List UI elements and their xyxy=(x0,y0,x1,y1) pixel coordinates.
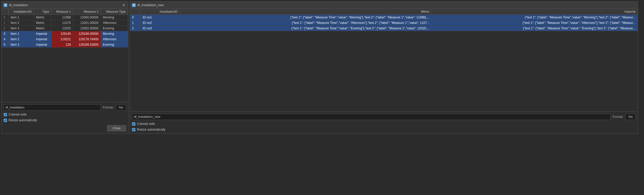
right-window-title: df_installation_new xyxy=(137,3,636,7)
right-format-row: Format: xyxy=(132,114,636,120)
left-resize-auto-row: Resize automatically xyxy=(4,118,126,122)
left-table: InstallationID Type Measure 1 Measure 2 … xyxy=(2,9,128,48)
right-window-icon: df xyxy=(132,3,136,7)
left-close-x-button[interactable]: ✕ xyxy=(121,3,126,8)
right-format-input[interactable] xyxy=(625,114,636,120)
col-measure-type: Measure Type xyxy=(101,9,128,15)
right-bottom-section: Format: Colored cells Resize automatical… xyxy=(130,111,638,133)
left-table-cell: Metric xyxy=(34,15,51,20)
left-table-cell: Metric xyxy=(34,20,51,26)
right-table-cell: 0 xyxy=(130,15,141,20)
right-table-row: 2ID no3{"text 1": {"label": "Measure Tim… xyxy=(130,26,638,31)
left-table-cell: Metric xyxy=(34,26,51,31)
left-table-cell: Item 2 xyxy=(8,20,34,26)
left-table-cell: Item 1 xyxy=(8,31,34,37)
right-table-cell: {"text 1": {"label": "Measure Time","val… xyxy=(432,15,638,20)
right-colored-cells-row: Colored cells xyxy=(132,122,636,126)
left-title-bar: df df_installation ✕ xyxy=(2,2,128,9)
right-table-cell: {"text 1": {"label": "Measure Time","val… xyxy=(180,26,432,31)
right-table-cell: {"text 1": {"label": "Measure Time","val… xyxy=(180,20,432,26)
left-table-cell: 5 xyxy=(2,42,8,48)
col-type: Type xyxy=(34,9,51,15)
left-table-cell: Imperial xyxy=(34,42,51,48)
right-resize-auto-checkbox[interactable] xyxy=(132,128,135,131)
left-table-row: 5Item 3Imperial129129189.52800Evening xyxy=(2,42,128,48)
left-table-header-row: InstallationID Type Measure 1 Measure 2 … xyxy=(2,9,128,15)
left-format-label: Format: xyxy=(103,106,114,109)
left-colored-cells-checkbox[interactable] xyxy=(4,113,7,116)
col-measure2: Measure 2 xyxy=(73,9,101,15)
left-dataframe-input[interactable] xyxy=(4,104,101,111)
right-col-installation-id: InstallationID xyxy=(141,9,180,15)
right-colored-cells-label: Colored cells xyxy=(137,122,155,126)
left-table-cell: Morning xyxy=(101,15,128,20)
left-format-input[interactable] xyxy=(116,104,126,111)
left-close-button[interactable]: Close xyxy=(107,125,126,131)
right-resize-auto-label: Resize automatically xyxy=(137,128,165,131)
right-table-cell: 1 xyxy=(130,20,141,26)
left-window-icon: df xyxy=(4,3,7,7)
left-table-row: 4Item 2Imperial119221129178.76400Afterno… xyxy=(2,37,128,42)
left-window: df df_installation ✕ InstallationID Type… xyxy=(1,1,128,134)
left-colored-cells-label: Colored cells xyxy=(9,113,26,116)
left-table-cell: Imperial xyxy=(34,31,51,37)
left-table-cell: Item 1 xyxy=(8,15,34,20)
left-table-cell: 1 xyxy=(2,20,8,26)
left-format-row: Format: xyxy=(4,104,126,111)
left-table-cell: 11076 xyxy=(51,20,73,26)
left-table-cell: 129189.52800 xyxy=(73,42,101,48)
right-table-cell: 2 xyxy=(130,26,141,31)
left-table-row: 0Item 1Metric1199812000.00000Morning xyxy=(2,15,128,20)
right-table-row: 1ID no2{"text 1": {"label": "Measure Tim… xyxy=(130,20,638,26)
right-table: InstallationID Metric Imperial 0ID no1{"… xyxy=(130,9,638,31)
left-table-cell: Evening xyxy=(101,26,128,31)
right-colored-cells-checkbox[interactable] xyxy=(132,122,135,126)
left-table-cell: 12002.00000 xyxy=(73,26,101,31)
left-table-cell: Afternoon xyxy=(101,20,128,26)
left-table-cell: Evening xyxy=(101,42,128,48)
left-table-cell: Afternoon xyxy=(101,37,128,42)
right-resize-auto-row: Resize automatically xyxy=(132,128,636,131)
left-table-cell: 0 xyxy=(2,15,8,20)
left-table-cell: 129 xyxy=(51,42,73,48)
left-table-cell: Item 2 xyxy=(8,37,34,42)
right-table-cell: {"text 1": {"label": "Measure Time","val… xyxy=(432,20,638,26)
left-colored-cells-row: Colored cells xyxy=(4,113,126,116)
right-table-cell: ID no2 xyxy=(141,20,180,26)
right-dataframe-input[interactable] xyxy=(132,114,611,120)
left-resize-auto-checkbox[interactable] xyxy=(4,119,7,122)
right-col-metric: Metric xyxy=(180,9,432,15)
left-resize-auto-label: Resize automatically xyxy=(9,118,37,122)
left-table-cell: 12001.00000 xyxy=(73,20,101,26)
left-table-cell: 129145 xyxy=(51,31,73,37)
left-table-cell: 3 xyxy=(2,31,8,37)
right-col-imperial: Imperial xyxy=(432,9,638,15)
left-table-cell: 12000.00000 xyxy=(73,15,101,20)
right-table-cell: {"text 1": {"label": "Measure Time","val… xyxy=(432,26,638,31)
left-table-cell: 119221 xyxy=(51,37,73,42)
left-table-cell: 129178.76400 xyxy=(73,37,101,42)
left-table-cell: Morning xyxy=(101,31,128,37)
left-table-cell: 12025 xyxy=(51,26,73,31)
left-table-row: 3Item 1Imperial129145129168.00000Morning xyxy=(2,31,128,37)
left-table-cell: Item 3 xyxy=(8,42,34,48)
col-measure1: Measure 1 xyxy=(51,9,73,15)
right-table-container: InstallationID Metric Imperial 0ID no1{"… xyxy=(130,9,638,111)
right-table-cell: ID no3 xyxy=(141,26,180,31)
col-installation-id: InstallationID xyxy=(8,9,34,15)
left-table-cell: 129168.00000 xyxy=(73,31,101,37)
right-table-row: 0ID no1{"text 1": {"label": "Measure Tim… xyxy=(130,15,638,20)
left-table-cell: 4 xyxy=(2,37,8,42)
left-table-row: 2Item 3Metric1202512002.00000Evening xyxy=(2,26,128,31)
right-table-cell: ID no1 xyxy=(141,15,180,20)
left-bottom-section: Format: Colored cells Resize automatical… xyxy=(2,102,128,133)
left-window-title: df_installation xyxy=(9,3,120,7)
right-table-header-row: InstallationID Metric Imperial xyxy=(130,9,638,15)
col-index xyxy=(2,9,8,15)
right-col-index xyxy=(130,9,141,15)
left-table-cell: 11998 xyxy=(51,15,73,20)
right-format-label: Format: xyxy=(613,115,623,119)
left-table-row: 1Item 2Metric1107612001.00000Afternoon xyxy=(2,20,128,26)
left-table-cell: Item 3 xyxy=(8,26,34,31)
right-window: df df_installation_new InstallationID Me… xyxy=(130,1,638,134)
